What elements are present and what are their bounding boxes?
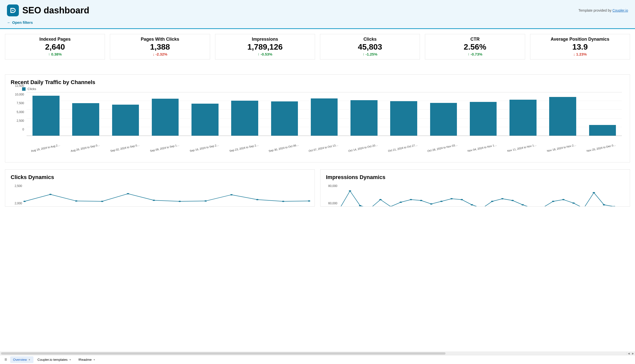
x-axis-label: Nov 11, 2024 to Nov 1… — [502, 142, 544, 165]
metric-value: 1,789,126 — [217, 42, 313, 52]
metric-value: 13.9 — [532, 42, 628, 52]
y-axis-tick: 12,500 — [15, 84, 24, 88]
chart-bar — [350, 100, 378, 136]
impressions-dynamics-title: Impressions Dynamics — [326, 174, 624, 180]
svg-point-21 — [420, 200, 422, 201]
y-axis-tick: 60,000 — [328, 202, 337, 205]
svg-point-3 — [75, 200, 78, 202]
coupler-logo-icon — [7, 4, 19, 16]
svg-point-10 — [256, 199, 259, 200]
x-axis-label: Sep 30, 2024 to Oct 06… — [264, 142, 306, 165]
svg-point-25 — [461, 199, 463, 200]
x-axis-label: Sep 02, 2024 to Sep 0… — [105, 142, 147, 165]
x-axis-label: Nov 18, 2024 to Nov 2… — [542, 142, 584, 165]
coupler-link[interactable]: Coupler.io — [612, 8, 628, 12]
metric-change: ↑ -0.53% — [217, 52, 313, 56]
metric-card: Indexed Pages2,640↑ 0.38% — [5, 34, 105, 60]
svg-point-30 — [511, 200, 514, 201]
chart-bar — [152, 99, 179, 136]
chart-bar — [192, 104, 219, 136]
chart-legend: Clicks — [22, 87, 624, 91]
svg-rect-0 — [13, 10, 14, 11]
svg-point-40 — [613, 206, 615, 207]
chart-bar — [231, 101, 258, 136]
chart-bar — [470, 102, 497, 136]
svg-point-35 — [562, 199, 564, 200]
metric-change: ↑ -1.25% — [322, 52, 418, 56]
metric-value: 1,388 — [112, 42, 208, 52]
x-axis-label: Oct 14, 2024 to Oct 20… — [343, 142, 385, 165]
legend-swatch-icon — [22, 87, 26, 91]
x-axis-label: Oct 28, 2024 to Nov 03… — [423, 142, 465, 165]
bar-chart: 02,5005,0007,50010,00012,500 — [11, 92, 624, 144]
svg-point-6 — [153, 200, 155, 201]
impressions-line-chart: 60,00080,000 — [340, 184, 624, 201]
clicks-dynamics-title: Clicks Dynamics — [11, 174, 309, 180]
x-axis-label: Sep 09, 2024 to Sep 1… — [145, 142, 187, 165]
open-filters-button[interactable]: ← Open filters — [7, 20, 33, 24]
y-axis-tick: 5,000 — [17, 110, 24, 114]
x-axis-label: Oct 07, 2024 to Oct 13… — [304, 142, 346, 165]
chart-bar — [72, 103, 99, 136]
clicks-dynamics-panel: Clicks Dynamics 2,0002,500 — [5, 169, 315, 206]
metric-title: Clicks — [322, 37, 418, 42]
metric-title: Pages With Clicks — [112, 37, 208, 42]
svg-point-36 — [572, 202, 575, 204]
y-axis-tick: 7,500 — [17, 102, 24, 105]
chart-bar — [549, 97, 576, 136]
svg-point-5 — [127, 193, 129, 194]
metric-value: 2,640 — [7, 42, 103, 52]
svg-point-7 — [179, 201, 181, 202]
chart-bar — [33, 96, 60, 136]
x-axis-label: Aug 19, 2024 to Aug 2… — [26, 142, 68, 165]
page-title: SEO dashboard — [22, 5, 89, 16]
template-credit: Template provided by Coupler.io — [578, 8, 628, 12]
metric-change: ↓ 1.23% — [532, 52, 628, 56]
dynamics-row: Clicks Dynamics 2,0002,500 Impressions D… — [5, 169, 630, 206]
arrow-left-icon: ← — [7, 20, 11, 24]
chart-bar — [311, 98, 338, 136]
svg-point-1 — [23, 201, 26, 202]
svg-point-14 — [349, 190, 351, 192]
metric-title: Indexed Pages — [7, 37, 103, 42]
metric-title: Impressions — [217, 37, 313, 42]
svg-point-20 — [410, 199, 412, 200]
metric-change: ↓ -2.32% — [112, 52, 208, 56]
metric-card: CTR2.56%↑ -0.73% — [425, 34, 525, 60]
y-axis-tick: 2,500 — [15, 184, 22, 188]
y-axis-tick: 0 — [22, 128, 24, 131]
svg-point-9 — [230, 194, 233, 196]
metric-card: Pages With Clicks1,388↓ -2.32% — [110, 34, 210, 60]
metric-value: 45,803 — [322, 42, 418, 52]
brand: SEO dashboard — [7, 4, 89, 16]
svg-point-28 — [491, 201, 494, 202]
svg-point-12 — [308, 200, 310, 202]
svg-point-34 — [552, 201, 554, 202]
metric-card: Impressions1,789,126↑ -0.53% — [215, 34, 315, 60]
y-axis-tick: 2,000 — [15, 202, 22, 205]
x-axis-label: Sep 23, 2024 to Sep 2… — [224, 142, 266, 165]
y-axis-tick: 80,000 — [328, 184, 337, 188]
metric-value: 2.56% — [427, 42, 523, 52]
svg-point-2 — [49, 194, 52, 195]
svg-point-4 — [101, 201, 104, 202]
svg-point-26 — [471, 204, 473, 206]
svg-point-8 — [204, 200, 207, 202]
svg-point-19 — [400, 202, 402, 203]
impressions-dynamics-panel: Impressions Dynamics 60,00080,000 — [320, 169, 630, 206]
x-axis-label: Sep 16, 2024 to Sep 2… — [185, 142, 227, 165]
metric-card: Average Position Dynamics13.9↓ 1.23% — [530, 34, 630, 60]
chart-bar — [430, 103, 457, 136]
chart-bar — [589, 125, 616, 136]
metrics-row: Indexed Pages2,640↑ 0.38%Pages With Clic… — [0, 29, 635, 60]
metric-change: ↑ -0.73% — [427, 52, 523, 56]
x-axis-label: Nov 04, 2024 to Nov 1… — [462, 142, 504, 165]
svg-point-31 — [522, 204, 524, 206]
svg-point-38 — [592, 192, 595, 194]
metric-card: Clicks45,803↑ -1.25% — [320, 34, 420, 60]
svg-point-11 — [282, 201, 285, 202]
svg-point-17 — [379, 199, 382, 200]
chart-bar — [271, 102, 298, 136]
chart-bar — [390, 101, 417, 136]
svg-point-29 — [501, 198, 504, 199]
